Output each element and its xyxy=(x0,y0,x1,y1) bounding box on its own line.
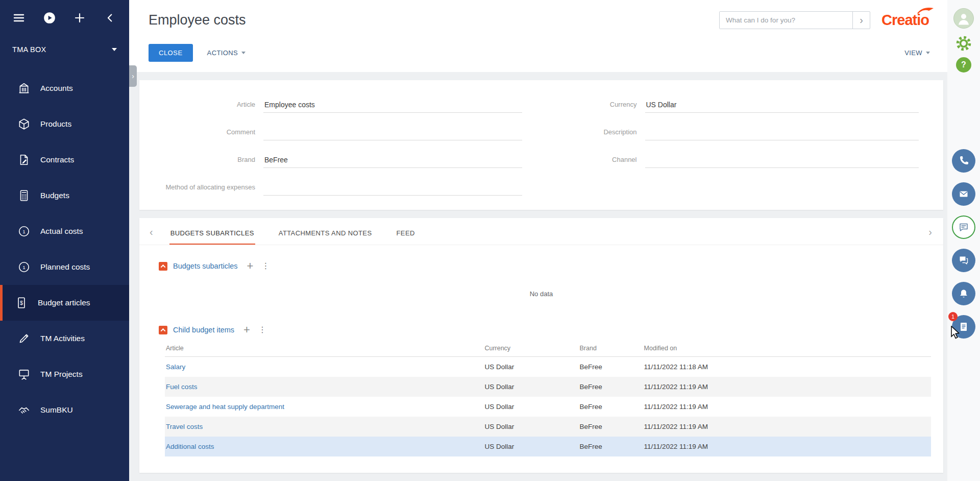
add-new-icon[interactable] xyxy=(72,10,87,26)
planned-costs-icon: 1 xyxy=(17,260,31,274)
sidebar-item-sumbku[interactable]: SumBKU xyxy=(0,392,129,428)
collapse-sidebar-icon[interactable] xyxy=(103,10,118,26)
tm-activities-icon xyxy=(17,331,31,346)
handshake-icon xyxy=(17,403,31,417)
form-field-description: Description xyxy=(551,120,919,140)
forum-messages-icon[interactable] xyxy=(952,249,975,272)
help-icon[interactable]: ? xyxy=(956,57,971,73)
form-field-currency: Currency US Dollar xyxy=(551,92,919,113)
channel-field[interactable] xyxy=(645,157,919,168)
brand-cell: BeFree xyxy=(579,418,643,436)
brand-cell: BeFree xyxy=(579,398,643,416)
section-header: Child budget items + ⋮ xyxy=(159,324,931,335)
svg-text:1: 1 xyxy=(22,229,25,234)
sidebar-item-contracts[interactable]: Contracts xyxy=(0,142,129,178)
tabs-scroll-right-icon[interactable]: › xyxy=(923,226,933,243)
chat-icon[interactable] xyxy=(952,215,975,239)
page-title: Employee costs xyxy=(149,12,719,28)
actions-button-label: ACTIONS xyxy=(207,49,238,57)
column-header-modified-on[interactable]: Modified on xyxy=(643,342,931,356)
budget-articles-icon: $ xyxy=(14,296,29,310)
run-process-icon[interactable] xyxy=(42,10,57,26)
sidebar-item-tm-activities[interactable]: TM Activities xyxy=(0,321,129,356)
sidebar-item-budget-articles[interactable]: $ Budget articles xyxy=(0,285,129,321)
brand-field[interactable]: BeFree xyxy=(263,156,522,168)
tabs-scroll-left-icon[interactable]: ‹ xyxy=(148,226,158,243)
actions-button[interactable]: ACTIONS xyxy=(207,49,246,57)
tab-budgets-subarticles[interactable]: BUDGETS SUBARTICLES xyxy=(169,224,255,245)
notification-count-badge: 1 xyxy=(948,312,958,321)
sidebar-item-planned-costs[interactable]: 1 Planned costs xyxy=(0,249,129,285)
search-submit-icon[interactable]: › xyxy=(852,12,870,29)
workspace-selector[interactable]: TMA BOX xyxy=(0,36,129,63)
child-budget-items-section: Child budget items + ⋮ Article Currency … xyxy=(139,309,943,456)
currency-cell: US Dollar xyxy=(483,398,578,416)
email-icon[interactable] xyxy=(952,182,975,206)
modified-on-cell: 11/11/2022 11:19 AM xyxy=(643,438,931,455)
collapse-section-icon[interactable] xyxy=(159,326,167,334)
app-root: TMA BOX Accounts Products Contracts xyxy=(0,0,980,481)
sidebar-item-label: Planned costs xyxy=(40,262,90,272)
column-header-currency[interactable]: Currency xyxy=(483,342,578,356)
sidebar-item-label: SumBKU xyxy=(40,405,73,415)
article-link[interactable]: Salary xyxy=(165,358,483,376)
sidebar-toolbar xyxy=(0,0,129,36)
field-label: Method of allocating expenses xyxy=(154,183,263,196)
sidebar-item-label: TM Activities xyxy=(40,334,85,343)
comment-field[interactable] xyxy=(263,130,522,140)
modified-on-cell: 11/11/2022 11:19 AM xyxy=(643,378,931,396)
description-field[interactable] xyxy=(645,130,919,140)
add-record-icon[interactable]: + xyxy=(247,260,254,272)
sidebar-item-tm-projects[interactable]: TM Projects xyxy=(0,356,129,392)
collapse-section-icon[interactable] xyxy=(159,262,167,271)
sidebar-menu: Accounts Products Contracts Budgets xyxy=(0,70,129,428)
sidebar-item-budgets[interactable]: Budgets xyxy=(0,178,129,213)
section-menu-icon[interactable]: ⋮ xyxy=(258,326,266,334)
phone-call-icon[interactable] xyxy=(952,149,975,173)
section-header: Budgets subarticles + ⋮ xyxy=(159,260,931,272)
section-title[interactable]: Budgets subarticles xyxy=(173,262,238,270)
sidebar-item-products[interactable]: Products xyxy=(0,106,129,142)
tab-feed[interactable]: FEED xyxy=(396,224,416,245)
settings-gear-icon[interactable] xyxy=(955,35,972,52)
form-field-channel: Channel xyxy=(551,148,919,168)
currency-field[interactable]: US Dollar xyxy=(645,101,919,113)
section-menu-icon[interactable]: ⋮ xyxy=(261,262,270,270)
currency-cell: US Dollar xyxy=(483,378,578,396)
hamburger-menu-icon[interactable] xyxy=(11,10,27,26)
column-header-brand[interactable]: Brand xyxy=(579,342,643,356)
table-row-selected[interactable]: Additional costs US Dollar BeFree 11/11/… xyxy=(165,437,931,456)
article-link[interactable]: Additional costs xyxy=(165,438,483,455)
tm-projects-icon xyxy=(17,367,31,381)
article-field[interactable]: Employee costs xyxy=(263,101,522,113)
article-link[interactable]: Travel costs xyxy=(165,418,483,436)
main-content: › Employee costs › Creatio CLOSE ACTIONS… xyxy=(129,0,947,481)
close-button[interactable]: CLOSE xyxy=(149,44,193,62)
allocation-method-field[interactable] xyxy=(263,185,522,196)
form-field-article: Article Employee costs xyxy=(154,92,522,113)
expand-side-panel-tab[interactable]: › xyxy=(129,65,137,87)
column-header-article[interactable]: Article xyxy=(165,342,483,356)
table-row[interactable]: Sewerage and heat supply department US D… xyxy=(165,397,931,417)
sidebar-item-actual-costs[interactable]: 1 Actual costs xyxy=(0,213,129,249)
table-row[interactable]: Travel costs US Dollar BeFree 11/11/2022… xyxy=(165,417,931,437)
form-field-brand: Brand BeFree xyxy=(154,148,522,168)
sidebar-item-label: Contracts xyxy=(40,155,74,164)
view-button[interactable]: VIEW xyxy=(904,49,930,57)
empty-state-text: No data xyxy=(152,275,931,309)
article-link[interactable]: Sewerage and heat supply department xyxy=(165,398,483,416)
section-title[interactable]: Child budget items xyxy=(173,326,234,334)
table-row[interactable]: Fuel costs US Dollar BeFree 11/11/2022 1… xyxy=(165,377,931,397)
search-input[interactable] xyxy=(720,12,852,29)
sidebar-item-accounts[interactable]: Accounts xyxy=(0,70,129,106)
table-row[interactable]: Salary US Dollar BeFree 11/11/2022 11:18… xyxy=(165,357,931,377)
add-record-icon[interactable]: + xyxy=(243,324,250,335)
article-link[interactable]: Fuel costs xyxy=(165,378,483,396)
notifications-bell-icon[interactable] xyxy=(952,282,975,305)
user-avatar[interactable] xyxy=(953,8,974,29)
form-field-allocation-method: Method of allocating expenses xyxy=(154,175,522,196)
svg-text:1: 1 xyxy=(22,264,25,270)
top-header: Employee costs › Creatio xyxy=(129,0,947,40)
business-process-tasks-wrap: 1 xyxy=(952,315,975,339)
tab-attachments-and-notes[interactable]: ATTACHMENTS AND NOTES xyxy=(278,224,373,245)
